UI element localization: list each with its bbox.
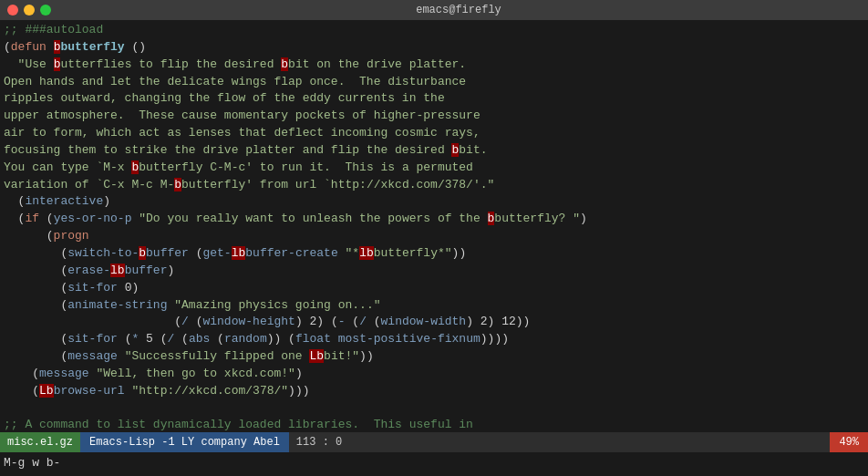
status-mode: Emacs-Lisp -1 LY company Abel	[80, 432, 289, 452]
minimize-button[interactable]	[24, 5, 35, 16]
close-button[interactable]	[7, 5, 18, 16]
code-editor[interactable]: ;; ###autoload (defun bbutterfly () "Use…	[0, 20, 868, 432]
title-bar: emacs@firefly	[0, 0, 868, 20]
status-position: 113 : 0	[289, 436, 349, 449]
mini-buffer[interactable]: M-g w b-	[0, 452, 868, 476]
mini-buffer-text: M-g w b-	[4, 456, 60, 470]
status-filename: misc.el.gz	[0, 432, 80, 452]
window-title: emacs@firefly	[57, 4, 861, 16]
maximize-button[interactable]	[40, 5, 51, 16]
status-bar: misc.el.gz Emacs-Lisp -1 LY company Abel…	[0, 432, 868, 452]
status-percent: 49%	[830, 432, 868, 452]
